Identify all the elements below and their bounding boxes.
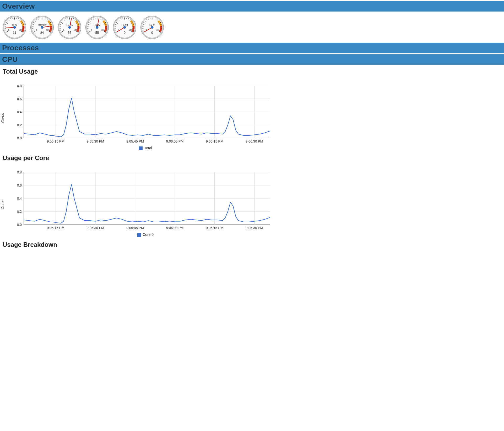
y-tick-label: 0.8 [17, 170, 24, 174]
y-tick-label: 0.4 [17, 110, 24, 114]
x-tick-label: 9:05:15 PM [47, 224, 64, 230]
svg-line-4 [5, 28, 6, 29]
svg-line-56 [60, 28, 61, 29]
svg-point-155 [151, 26, 153, 29]
section-header-processes[interactable]: Processes [0, 43, 504, 53]
svg-line-57 [60, 26, 61, 27]
x-tick-label: 9:06:15 PM [206, 138, 223, 143]
svg-line-150 [161, 28, 162, 29]
gauge-label: FS #2 [94, 24, 100, 26]
svg-text:0: 0 [63, 29, 64, 31]
svg-line-19 [23, 26, 24, 27]
svg-text:100: 100 [46, 29, 50, 31]
gauge-icon: 0 100 FS #3 0 [112, 14, 137, 39]
y-tick-label: 0.2 [17, 210, 24, 214]
x-tick-label: 9:05:45 PM [126, 138, 144, 143]
x-tick-label: 9:06:30 PM [246, 138, 263, 143]
x-tick-label: 9:05:45 PM [126, 224, 144, 230]
gauge-icon: 0 100 FS #4 0 [140, 14, 165, 39]
gauge-fs-3[interactable]: 0 100 FS #3 0 [112, 14, 137, 39]
svg-line-30 [32, 28, 34, 29]
gauge-cpu[interactable]: 0 100 CPU 11 [2, 14, 27, 39]
chart-line-core-0 [24, 185, 270, 223]
svg-text:0: 0 [91, 29, 92, 31]
section-header-cpu[interactable]: CPU [0, 54, 504, 65]
svg-line-134 [142, 28, 144, 29]
svg-line-46 [51, 28, 52, 29]
gauge-value: 55 [95, 31, 99, 35]
gauge-fs-2[interactable]: 0 100 FS #2 55 [85, 14, 110, 39]
x-tick-label: 9:05:15 PM [47, 138, 64, 143]
y-tick-label: 0.4 [17, 197, 24, 200]
legend-label: Core 0 [143, 232, 154, 237]
gauge-value: 0 [151, 31, 153, 35]
heading-usage-breakdown: Usage Breakdown [0, 239, 504, 248]
x-tick-label: 9:06:00 PM [166, 138, 184, 143]
y-tick-label: 0.8 [17, 84, 24, 88]
svg-line-72 [78, 28, 79, 29]
legend-label: Total [144, 146, 152, 150]
svg-text:100: 100 [19, 29, 22, 31]
section-header-overview[interactable]: Overview [0, 1, 504, 12]
gauge-value: 0 [124, 31, 126, 35]
svg-line-108 [115, 28, 116, 29]
gauge-value: 84 [40, 31, 44, 35]
chart-line-total [24, 98, 270, 137]
y-tick-label: 0.6 [17, 183, 24, 187]
gauge-label: FS #3 [121, 24, 128, 26]
svg-point-51 [41, 26, 43, 29]
y-tick-label: 0.2 [17, 123, 24, 127]
svg-line-71 [78, 26, 79, 27]
svg-point-25 [13, 26, 16, 29]
gauge-fs-4[interactable]: 0 100 FS #4 0 [140, 14, 165, 39]
svg-line-20 [23, 28, 24, 29]
gauge-value: 11 [13, 31, 17, 35]
svg-text:0: 0 [36, 29, 37, 31]
svg-text:0: 0 [8, 29, 9, 31]
section-header-processes-label: Processes [2, 44, 39, 52]
x-tick-label: 9:06:15 PM [206, 224, 223, 230]
y-tick-label: 0.0 [17, 223, 24, 227]
svg-text:100: 100 [156, 29, 160, 31]
gauge-memory[interactable]: 0 100 Memory 84 [30, 14, 55, 39]
section-header-overview-label: Overview [2, 2, 35, 10]
svg-line-31 [32, 26, 34, 27]
legend-swatch [139, 146, 143, 150]
x-tick-label: 9:06:00 PM [166, 224, 184, 230]
gauge-label: CPU [12, 24, 17, 26]
svg-line-98 [106, 28, 107, 29]
chart-usage-per-core: Cores0.00.20.40.60.89:05:15 PM9:05:30 PM… [8, 172, 283, 237]
svg-text:100: 100 [129, 29, 132, 31]
gauge-value: 55 [68, 31, 72, 35]
svg-point-77 [68, 26, 71, 29]
gauge-icon: 0 100 FS #2 55 [85, 14, 110, 39]
chart-ylabel: Cores [1, 200, 5, 209]
svg-line-149 [161, 26, 162, 27]
svg-line-83 [87, 26, 89, 27]
svg-line-109 [115, 26, 116, 27]
legend-swatch [137, 233, 141, 237]
svg-line-123 [133, 26, 134, 27]
x-tick-label: 9:06:30 PM [246, 224, 263, 230]
y-tick-label: 0.6 [17, 97, 24, 101]
svg-point-103 [96, 26, 98, 29]
svg-line-124 [133, 28, 134, 29]
gauge-fs-1[interactable]: 0 100 FS #1 55 [57, 14, 82, 39]
x-tick-label: 9:05:30 PM [87, 224, 104, 230]
svg-point-129 [123, 26, 126, 29]
svg-text:100: 100 [74, 29, 77, 31]
y-tick-label: 0.0 [17, 136, 24, 140]
gauge-icon: 0 100 FS #1 55 [57, 14, 82, 39]
chart-ylabel: Cores [1, 113, 5, 123]
gauges-row: 0 100 CPU 11 0 100 Memory 84 0 100 FS #1… [0, 12, 504, 42]
svg-line-5 [5, 26, 6, 27]
gauge-label: FS #4 [149, 24, 155, 26]
gauge-icon: 0 100 Memory 84 [30, 14, 55, 39]
heading-usage-per-core: Usage per Core [0, 153, 504, 162]
svg-line-97 [106, 26, 107, 27]
gauge-label: Memory [38, 24, 46, 26]
chart-legend: Total [8, 146, 283, 150]
svg-text:100: 100 [101, 29, 105, 31]
chart-total-usage: Cores0.00.20.40.60.89:05:15 PM9:05:30 PM… [8, 86, 283, 150]
chart-legend: Core 0 [8, 232, 283, 237]
